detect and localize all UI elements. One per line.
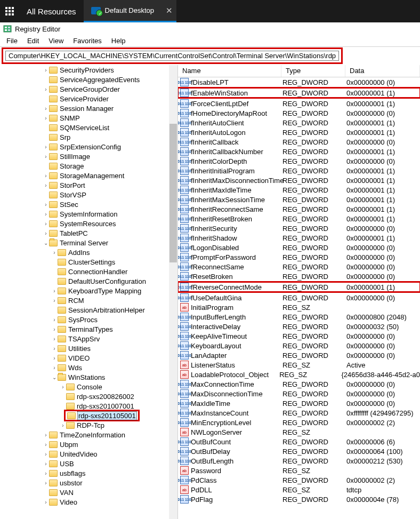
- tree-item[interactable]: ›Utilities: [0, 344, 169, 353]
- value-row[interactable]: abInitialProgramREG_SZ: [178, 302, 420, 312]
- chevron-right-icon[interactable]: ›: [43, 115, 49, 121]
- chevron-right-icon[interactable]: ›: [43, 480, 49, 486]
- chevron-right-icon[interactable]: ›: [43, 230, 49, 236]
- value-row[interactable]: 011 110MaxDisconnectionTimeREG_DWORD0x00…: [178, 389, 420, 398]
- chevron-right-icon[interactable]: ›: [51, 346, 58, 352]
- chevron-right-icon[interactable]: ›: [51, 365, 58, 371]
- chevron-right-icon[interactable]: ›: [43, 432, 49, 438]
- value-row[interactable]: 011 110MaxConnectionTimeREG_DWORD0x00000…: [178, 379, 420, 389]
- tree-item[interactable]: rdp-sxs200826002: [0, 392, 169, 401]
- list-headers[interactable]: Name Type Data: [178, 65, 420, 77]
- tree-item[interactable]: ›Wds: [0, 363, 169, 372]
- chevron-right-icon[interactable]: ›: [60, 384, 66, 390]
- menu-help[interactable]: Help: [107, 36, 130, 45]
- value-row[interactable]: 011 110fInheritColorDepthREG_DWORD0x0000…: [178, 156, 420, 166]
- chevron-right-icon[interactable]: ›: [43, 86, 49, 92]
- value-row[interactable]: abListenerStatusREG_SZActive: [178, 360, 420, 370]
- header-name[interactable]: Name: [178, 65, 281, 77]
- value-row[interactable]: 011 110fInheritShadowREG_DWORD0x00000001…: [178, 233, 420, 243]
- tree-item[interactable]: ›StorageManagement: [0, 171, 169, 180]
- tree-item[interactable]: ›usbflags: [0, 468, 169, 478]
- chevron-right-icon[interactable]: ›: [43, 451, 49, 457]
- value-row[interactable]: abNWLogonServerREG_SZ: [178, 427, 420, 437]
- tree-item[interactable]: ›SystemResources: [0, 219, 169, 228]
- value-row[interactable]: 011 110fResetBrokenREG_DWORD0x00000000 (…: [178, 272, 420, 281]
- chevron-down-icon[interactable]: ⌄: [43, 240, 49, 246]
- tree-item[interactable]: ›SecurityProviders: [0, 65, 169, 75]
- chevron-right-icon[interactable]: ›: [51, 298, 58, 304]
- tree-item[interactable]: ›ServiceGroupOrder: [0, 84, 169, 94]
- session-tab[interactable]: ✓ Default Desktop: [84, 0, 162, 22]
- chevron-right-icon[interactable]: ›: [43, 106, 49, 111]
- value-row[interactable]: 011 110OutBufCountREG_DWORD0x00000006 (6…: [178, 437, 420, 446]
- value-row[interactable]: 011 110InputBufferLengthREG_DWORD0x00000…: [178, 312, 420, 322]
- tree-item[interactable]: ›SrpExtensionConfig: [0, 142, 169, 151]
- value-row[interactable]: 011 110MinEncryptionLevelREG_DWORD0x0000…: [178, 418, 420, 427]
- chevron-right-icon[interactable]: ›: [43, 211, 49, 217]
- tree-item[interactable]: ›USB: [0, 459, 169, 468]
- value-row[interactable]: 011 110fInheritResetBrokenREG_DWORD0x000…: [178, 214, 420, 223]
- value-row[interactable]: 011 110fUseDefaultGinaREG_DWORD0x0000000…: [178, 293, 420, 302]
- value-row[interactable]: 011 110PdFlagREG_DWORD0x0000004e (78): [178, 494, 420, 504]
- value-row[interactable]: 011 110MaxInstanceCountREG_DWORD0xffffff…: [178, 408, 420, 418]
- value-row[interactable]: 011 110fInheritSecurityREG_DWORD0x000000…: [178, 223, 420, 233]
- tree-item[interactable]: SessionArbitrationHelper: [0, 305, 169, 315]
- value-row[interactable]: 011 110fInheritAutoLogonREG_DWORD0x00000…: [178, 127, 420, 137]
- tree-item[interactable]: ServiceAggregatedEvents: [0, 75, 169, 84]
- value-row[interactable]: 011 110fPromptForPasswordREG_DWORD0x0000…: [178, 252, 420, 262]
- tree-item[interactable]: ›AddIns: [0, 247, 169, 257]
- tree-item[interactable]: ServiceProvider: [0, 94, 169, 103]
- value-row[interactable]: 011 110fInheritMaxSessionTimeREG_DWORD0x…: [178, 195, 420, 204]
- registry-tree[interactable]: ›SecurityProvidersServiceAggregatedEvent…: [0, 65, 169, 519]
- tree-item[interactable]: ›StillImage: [0, 151, 169, 161]
- tree-item[interactable]: ›StSec: [0, 199, 169, 209]
- value-row[interactable]: 011 110KeepAliveTimeoutREG_DWORD0x000000…: [178, 331, 420, 341]
- chevron-right-icon[interactable]: ›: [43, 202, 49, 207]
- value-row[interactable]: 011 110fInheritAutoClientREG_DWORD0x0000…: [178, 118, 420, 127]
- tree-item[interactable]: ›VIDEO: [0, 353, 169, 363]
- chevron-right-icon[interactable]: ›: [43, 461, 49, 467]
- value-row[interactable]: 011 110KeyboardLayoutREG_DWORD0x00000000…: [178, 341, 420, 350]
- value-row[interactable]: 011 110fInheritMaxDisconnectionTimeREG_D…: [178, 175, 420, 185]
- value-row[interactable]: 011 110MaxIdleTimeREG_DWORD0x00000000 (0…: [178, 398, 420, 408]
- tree-item[interactable]: ›usbstor: [0, 478, 169, 488]
- tree-item[interactable]: ›TimeZoneInformation: [0, 430, 169, 440]
- chevron-right-icon[interactable]: ›: [43, 182, 49, 188]
- value-row[interactable]: 011 110OutBufDelayREG_DWORD0x00000064 (1…: [178, 446, 420, 456]
- header-type[interactable]: Type: [281, 65, 345, 77]
- tree-item[interactable]: ›SNMP: [0, 113, 169, 123]
- tree-item[interactable]: ›RDP-Tcp: [0, 420, 169, 430]
- tree-item[interactable]: rdp-sxs201105001: [0, 411, 169, 420]
- value-row[interactable]: 011 110fDisableLPTREG_DWORD0x00000000 (0…: [178, 77, 420, 87]
- chevron-right-icon[interactable]: ›: [60, 422, 66, 428]
- chevron-right-icon[interactable]: ›: [43, 221, 49, 227]
- value-row[interactable]: 011 110LanAdapterREG_DWORD0x00000000 (0): [178, 350, 420, 360]
- value-row[interactable]: 011 110fInheritReconnectSameREG_DWORD0x0…: [178, 204, 420, 214]
- value-row[interactable]: abPdDLLREG_SZtdtcp: [178, 485, 420, 494]
- waffle-icon[interactable]: [0, 0, 19, 22]
- menu-view[interactable]: View: [44, 36, 68, 45]
- tree-item[interactable]: ›Session Manager: [0, 103, 169, 113]
- tree-item[interactable]: ›RCM: [0, 296, 169, 305]
- value-row[interactable]: 011 110fHomeDirectoryMapRootREG_DWORD0x0…: [178, 108, 420, 118]
- value-row[interactable]: 011 110fForceClientLptDefREG_DWORD0x0000…: [178, 99, 420, 108]
- value-row[interactable]: 011 110fEnableWinStationREG_DWORD0x00000…: [178, 88, 420, 98]
- tree-item[interactable]: ›TabletPC: [0, 228, 169, 238]
- tree-vscrollbar[interactable]: [169, 65, 177, 519]
- chevron-right-icon[interactable]: ›: [43, 144, 49, 150]
- address-bar[interactable]: [5, 51, 339, 61]
- tree-item[interactable]: ClusterSettings: [0, 257, 169, 267]
- tree-item[interactable]: SQMServiceList: [0, 123, 169, 132]
- chevron-right-icon[interactable]: ›: [43, 173, 49, 179]
- chevron-down-icon[interactable]: ⌄: [51, 374, 58, 380]
- tree-item[interactable]: ›SystemInformation: [0, 209, 169, 219]
- value-row[interactable]: 011 110fLogonDisabledREG_DWORD0x00000000…: [178, 243, 420, 252]
- chevron-right-icon[interactable]: ›: [43, 499, 49, 505]
- chevron-right-icon[interactable]: ›: [51, 317, 58, 323]
- tree-item[interactable]: ⌄Terminal Server: [0, 238, 169, 247]
- tree-item[interactable]: ›TSAppSrv: [0, 334, 169, 344]
- value-row[interactable]: abLoadableProtocol_ObjectREG_SZ{24656d38…: [178, 370, 420, 379]
- chevron-right-icon[interactable]: ›: [43, 154, 49, 159]
- tree-item[interactable]: DefaultUserConfiguration: [0, 276, 169, 286]
- value-row[interactable]: 011 110fInheritMaxIdleTimeREG_DWORD0x000…: [178, 185, 420, 195]
